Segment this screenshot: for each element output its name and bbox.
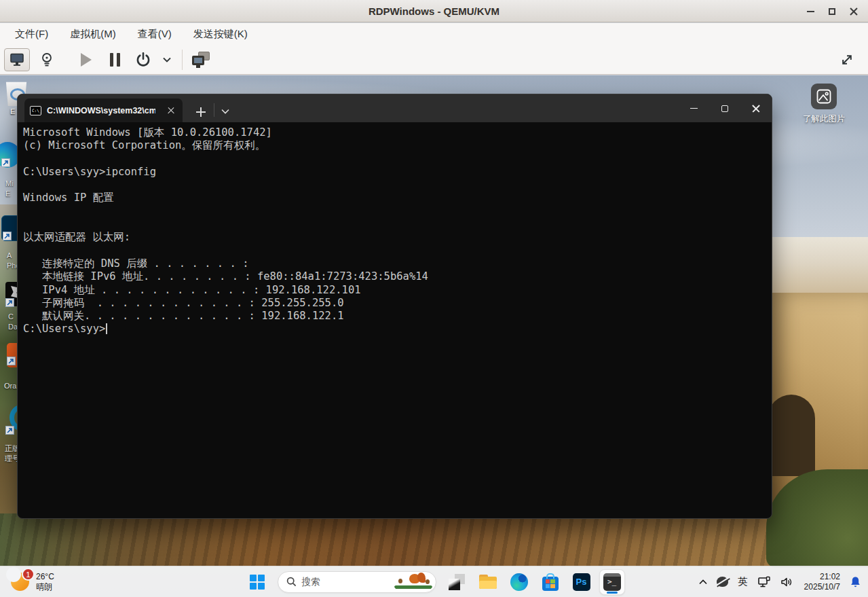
search-box[interactable]: 搜索 xyxy=(278,571,436,593)
virtual-displays-button[interactable] xyxy=(189,48,212,71)
start-button[interactable] xyxy=(244,568,271,596)
vm-details-button[interactable] xyxy=(35,48,58,71)
toolbar-separator xyxy=(182,50,183,70)
terminal-body[interactable]: Microsoft Windows [版本 10.0.26100.1742] (… xyxy=(18,122,772,518)
file-explorer-button[interactable] xyxy=(474,568,502,596)
fullscreen-button[interactable] xyxy=(835,48,858,71)
task-view-button[interactable] xyxy=(443,568,470,596)
notification-center-button[interactable] xyxy=(846,573,865,592)
search-placeholder: 搜索 xyxy=(302,576,320,588)
terminal-prompt: C:\Users\syy> xyxy=(23,323,105,335)
desktop-icon-label: E xyxy=(10,107,15,117)
shortcut-arrow-icon xyxy=(3,232,12,240)
tray-overflow-button[interactable] xyxy=(695,576,711,588)
notification-badge: 1 xyxy=(22,568,35,581)
chevron-up-icon xyxy=(699,579,707,585)
play-icon xyxy=(81,53,92,67)
minimize-icon xyxy=(690,108,698,109)
pause-icon xyxy=(110,53,120,67)
picture-icon xyxy=(811,84,837,109)
window-title: RDPWindows - QEMU/KVM xyxy=(369,5,499,17)
windows-logo-icon xyxy=(250,575,265,590)
photoshop-icon: Ps xyxy=(573,573,590,591)
network-tray-button[interactable] xyxy=(753,573,775,592)
terminal-prompt-line: C:\Users\syy> xyxy=(23,323,766,336)
weather-condition: 晴朗 xyxy=(36,582,54,592)
terminal-tabbar: C:\_ C:\WINDOWS\system32\cmd.e xyxy=(18,94,772,122)
edge-icon xyxy=(510,573,528,591)
qemu-titlebar: RDPWindows - QEMU/KVM xyxy=(0,0,868,22)
tab-dropdown-button[interactable] xyxy=(221,105,229,117)
tab-close-button[interactable] xyxy=(165,105,177,117)
maximize-icon xyxy=(721,105,728,112)
qemu-minimize-button[interactable] xyxy=(801,3,819,20)
taskbar: 1 26°C 晴朗 搜索 xyxy=(0,566,868,597)
terminal-window-controls xyxy=(678,94,772,122)
taskbar-center: 搜索 Ps xyxy=(244,566,625,597)
terminal-taskbar-button[interactable]: >_ xyxy=(599,569,625,595)
weather-text: 26°C 晴朗 xyxy=(36,572,54,592)
store-icon xyxy=(542,577,559,591)
photoshop-button[interactable]: Ps xyxy=(568,568,595,596)
clock[interactable]: 21:02 2025/10/7 xyxy=(804,572,840,592)
menu-view[interactable]: 查看(V) xyxy=(130,25,180,43)
lightbulb-icon xyxy=(40,52,54,67)
tray-time: 21:02 xyxy=(804,572,840,582)
power-icon xyxy=(136,52,151,67)
ime-indicator[interactable]: 英 xyxy=(734,572,752,592)
microsoft-store-button[interactable] xyxy=(537,568,564,596)
edge-button[interactable] xyxy=(506,568,533,596)
mic-muted-icon xyxy=(717,577,728,587)
ethernet-icon xyxy=(757,576,771,588)
tray-date: 2025/10/7 xyxy=(804,582,840,592)
qemu-viewer-window: RDPWindows - QEMU/KVM 文件(F) 虚拟机(M) 查看(V)… xyxy=(0,0,868,597)
weather-temp: 26°C xyxy=(36,572,54,582)
weather-widget[interactable]: 1 26°C 晴朗 xyxy=(3,566,62,597)
qemu-menubar: 文件(F) 虚拟机(M) 查看(V) 发送按键(K) xyxy=(0,23,868,45)
chevron-down-icon xyxy=(221,109,229,114)
terminal-output: Microsoft Windows [版本 10.0.26100.1742] (… xyxy=(23,126,766,323)
vm-pause-button[interactable] xyxy=(103,48,126,71)
close-icon xyxy=(752,105,760,113)
menu-virtual-machine[interactable]: 虚拟机(M) xyxy=(62,25,124,43)
vm-shutdown-button[interactable] xyxy=(132,48,155,71)
monitor-icon xyxy=(10,53,24,67)
shortcut-arrow-icon xyxy=(5,426,14,435)
qemu-maximize-button[interactable] xyxy=(823,3,841,20)
search-daily-image xyxy=(393,573,434,592)
text-cursor xyxy=(106,323,107,334)
learn-about-picture[interactable]: 了解此图片 xyxy=(793,84,854,125)
menu-file[interactable]: 文件(F) xyxy=(7,25,56,43)
terminal-tab[interactable]: C:\_ C:\WINDOWS\system32\cmd.e xyxy=(24,98,183,122)
dual-monitor-icon xyxy=(192,52,210,68)
active-app-indicator xyxy=(607,592,618,594)
close-icon xyxy=(850,7,858,16)
shortcut-arrow-icon xyxy=(5,298,14,307)
qemu-close-button[interactable] xyxy=(845,3,863,20)
terminal-minimize-button[interactable] xyxy=(678,94,709,122)
terminal-window: C:\_ C:\WINDOWS\system32\cmd.e xyxy=(17,94,772,519)
terminal-icon: >_ xyxy=(603,573,621,591)
console-display-button[interactable] xyxy=(4,48,30,71)
menu-send-key[interactable]: 发送按键(K) xyxy=(185,25,256,43)
task-view-icon xyxy=(449,574,465,590)
mic-muted-tray-button[interactable] xyxy=(713,573,732,590)
terminal-close-button[interactable] xyxy=(740,94,772,122)
shutdown-menu-button[interactable] xyxy=(160,48,174,71)
desktop-icon-label: Mi E xyxy=(5,179,14,199)
vm-display[interactable]: E Mi E A Pho C Das Ora 正版 理号 xyxy=(0,75,868,597)
new-tab-button[interactable] xyxy=(196,107,206,117)
system-tray: 英 xyxy=(695,566,865,597)
shortcut-arrow-icon xyxy=(7,357,16,365)
ime-label: 英 xyxy=(738,575,748,588)
cmd-icon: C:\_ xyxy=(30,106,41,115)
search-icon xyxy=(286,577,297,587)
shortcut-arrow-icon xyxy=(1,158,10,167)
bell-icon xyxy=(850,576,861,588)
terminal-maximize-button[interactable] xyxy=(709,94,740,122)
tab-separator xyxy=(214,103,214,117)
volume-tray-button[interactable] xyxy=(776,573,797,591)
folder-icon xyxy=(479,575,497,589)
terminal-tab-title: C:\WINDOWS\system32\cmd.e xyxy=(47,106,155,115)
vm-run-button[interactable] xyxy=(75,48,98,71)
